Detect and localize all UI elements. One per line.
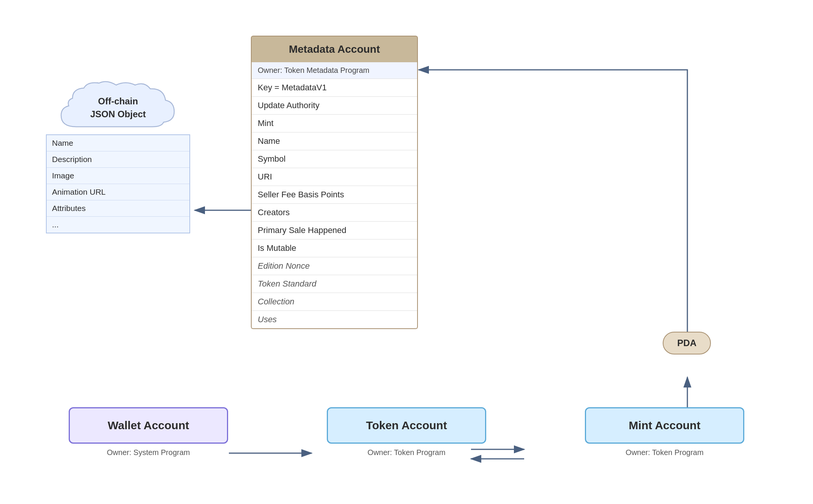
metadata-row-token-standard: Token Standard bbox=[252, 275, 417, 293]
metadata-row-creators: Creators bbox=[252, 204, 417, 222]
metadata-row-owner: Owner: Token Metadata Program bbox=[252, 62, 417, 79]
token-account-inner: Token Account bbox=[327, 407, 486, 444]
metadata-row-update-authority: Update Authority bbox=[252, 97, 417, 115]
token-account-owner: Owner: Token Program bbox=[367, 448, 445, 457]
metadata-row-is-mutable: Is Mutable bbox=[252, 239, 417, 257]
offchain-row-ellipsis: ... bbox=[47, 217, 189, 233]
wallet-account-owner: Owner: System Program bbox=[107, 448, 190, 457]
metadata-row-edition-nonce: Edition Nonce bbox=[252, 257, 417, 275]
metadata-row-primary-sale: Primary Sale Happened bbox=[252, 222, 417, 239]
mint-account-owner: Owner: Token Program bbox=[626, 448, 703, 457]
metadata-row-uses: Uses bbox=[252, 311, 417, 328]
metadata-row-uri: URI bbox=[252, 168, 417, 186]
metadata-row-mint: Mint bbox=[252, 115, 417, 132]
svg-marker-1 bbox=[46, 24, 50, 27]
offchain-row-description: Description bbox=[47, 151, 189, 168]
metadata-row-key: Key = MetadataV1 bbox=[252, 79, 417, 97]
mint-account-inner: Mint Account bbox=[585, 407, 744, 444]
offchain-row-image: Image bbox=[47, 168, 189, 184]
metadata-row-symbol: Symbol bbox=[252, 150, 417, 168]
offchain-body: Name Description Image Animation URL Att… bbox=[46, 134, 190, 233]
cloud-shape: Off-chain JSON Object bbox=[54, 77, 183, 138]
metadata-row-collection: Collection bbox=[252, 293, 417, 311]
metadata-account-body: Owner: Token Metadata Program Key = Meta… bbox=[251, 62, 418, 329]
metadata-account-title: Metadata Account bbox=[251, 36, 418, 62]
metadata-account: Metadata Account Owner: Token Metadata P… bbox=[251, 36, 418, 329]
pda-pill: PDA bbox=[663, 332, 711, 354]
offchain-row-attributes: Attributes bbox=[47, 200, 189, 217]
svg-marker-0 bbox=[46, 24, 50, 27]
offchain-row-animation-url: Animation URL bbox=[47, 184, 189, 200]
wallet-account-box: Wallet Account Owner: System Program bbox=[69, 407, 228, 457]
wallet-account-inner: Wallet Account bbox=[69, 407, 228, 444]
token-account-box: Token Account Owner: Token Program bbox=[327, 407, 486, 457]
metadata-row-seller-fee: Seller Fee Basis Points bbox=[252, 186, 417, 204]
metadata-row-name: Name bbox=[252, 132, 417, 150]
offchain-wrapper: Off-chain JSON Object Name Description I… bbox=[46, 77, 190, 233]
bottom-accounts-row: Wallet Account Owner: System Program Tok… bbox=[46, 407, 767, 457]
token-account-title: Token Account bbox=[366, 419, 447, 432]
mint-account-box: Mint Account Owner: Token Program bbox=[585, 407, 744, 457]
mint-account-title: Mint Account bbox=[629, 419, 701, 432]
wallet-account-title: Wallet Account bbox=[108, 419, 189, 432]
diagram-container: Metadata Account Owner: Token Metadata P… bbox=[46, 24, 767, 480]
